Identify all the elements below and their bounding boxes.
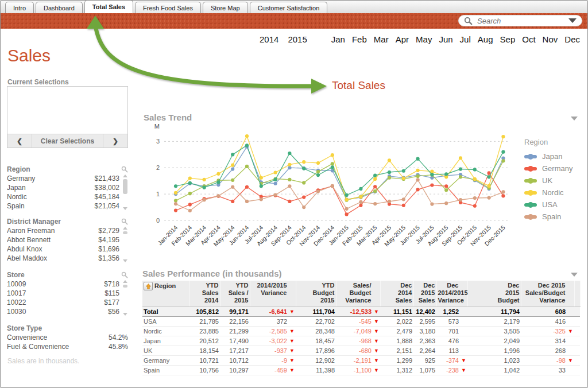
listbox-item-aaron-freeman[interactable]: Aaron Freeman$2,729: [7, 226, 119, 235]
table-menu-caret-icon[interactable]: [571, 273, 578, 277]
listbox-scrollbar[interactable]: [122, 280, 128, 316]
sales-trend-chart[interactable]: M0123Jan-2014Feb-2014Mar-2014Apr-2014May…: [142, 122, 524, 263]
scrollbar-thumb[interactable]: [123, 285, 127, 288]
tab-dashboard[interactable]: Dashboard: [36, 2, 83, 13]
listbox-scrollbar[interactable]: [122, 174, 128, 210]
listbox-item-spain[interactable]: Spain$21,054: [7, 201, 119, 211]
filter-month-jul[interactable]: Jul: [460, 34, 471, 44]
listbox-item-label: Aaron Freeman: [7, 226, 98, 235]
filter-month-mar[interactable]: Mar: [374, 34, 389, 44]
region-cell[interactable]: Total: [142, 306, 189, 316]
listbox-item-10009[interactable]: 10009$718: [7, 280, 119, 289]
listbox-item-10017[interactable]: 10017$115: [7, 289, 119, 298]
cell-value: 12,902: [315, 357, 335, 364]
tab-fresh-food-sales[interactable]: Fresh Food Sales: [135, 2, 201, 13]
filter-month-may[interactable]: May: [416, 34, 432, 44]
region-cell[interactable]: Germany: [142, 355, 189, 365]
listbox-item-abdul-knox[interactable]: Abdul Knox$1,696: [7, 245, 119, 254]
listbox-item-10030[interactable]: 10030$56: [7, 307, 119, 316]
scroll-down-icon[interactable]: [123, 313, 127, 316]
listbox-item-convenience[interactable]: Convenience54.2%: [7, 333, 128, 342]
column-header-ytd-sales-2014[interactable]: YTDSales2014: [189, 281, 220, 306]
listbox-scrollbar[interactable]: [122, 227, 128, 262]
filter-month-feb[interactable]: Feb: [352, 34, 367, 44]
value-cell: 11,398: [296, 365, 336, 375]
legend-item-japan[interactable]: Japan: [524, 152, 585, 161]
column-header-ytd-budget-2015[interactable]: YTDBudget2015: [296, 281, 336, 306]
filter-month-apr[interactable]: Apr: [396, 34, 409, 44]
filter-month-nov[interactable]: Nov: [543, 34, 558, 44]
legend-item-usa[interactable]: USA: [524, 200, 585, 209]
scroll-down-icon[interactable]: [123, 207, 127, 210]
region-cell[interactable]: Spain: [142, 365, 189, 375]
value-cell: 22,702: [296, 316, 336, 326]
down-triangle-icon: ▼: [287, 367, 295, 373]
cell-value: 17,217: [229, 347, 249, 354]
region-cell[interactable]: USA: [142, 316, 189, 326]
scrollbar-thumb[interactable]: [123, 231, 127, 234]
down-triangle-icon: ▼: [287, 328, 295, 334]
svg-text:M: M: [154, 123, 160, 130]
listbox-item-nordic[interactable]: Nordic$45,184: [7, 192, 119, 201]
tab-customer-satisfaction[interactable]: Customer Satisfaction: [250, 2, 328, 13]
footnote: Sales are in thousands.: [7, 357, 79, 365]
filter-month-oct[interactable]: Oct: [522, 34, 535, 44]
region-cell[interactable]: Japan: [142, 336, 189, 346]
filter-month-jan[interactable]: Jan: [331, 34, 345, 44]
cell-value: 11,794: [501, 308, 520, 315]
filter-month-aug[interactable]: Aug: [478, 34, 493, 44]
chart-menu-caret-icon[interactable]: [571, 117, 578, 121]
listbox-item-fuel-convenience[interactable]: Fuel & Convenience45.8%: [7, 342, 128, 351]
previous-selection-button[interactable]: ❮: [7, 134, 32, 148]
column-header-2014-2015-variance[interactable]: 2014/2015Variance: [250, 281, 296, 306]
listbox-item-abel-maddox[interactable]: Abel Maddox$1,356: [7, 254, 119, 263]
cell-value: 314: [555, 337, 566, 344]
column-header-dec-2015-budget[interactable]: Dec2015Budget: [467, 281, 521, 306]
search-input[interactable]: [476, 16, 568, 26]
listbox-search-icon[interactable]: [121, 218, 128, 225]
listbox-item-germany[interactable]: Germany$21,433: [7, 174, 119, 183]
scroll-down-icon[interactable]: [123, 259, 127, 262]
legend-item-label: Germany: [542, 164, 572, 173]
search-box[interactable]: [458, 15, 582, 26]
region-cell[interactable]: UK: [142, 346, 189, 355]
listbox-item-japan[interactable]: Japan$38,002: [7, 183, 119, 192]
tab-intro[interactable]: Intro: [5, 2, 34, 13]
down-triangle-icon: ▼: [566, 328, 573, 334]
column-header-ytd-sales-2015[interactable]: YTDSales /2015: [220, 281, 250, 306]
legend-item-uk[interactable]: UK: [524, 176, 585, 185]
listbox-item-10022[interactable]: 10022$177: [7, 298, 119, 307]
scroll-up-icon[interactable]: [123, 227, 127, 230]
column-header-dec-2014-2015-variance[interactable]: Dec2014/2015Variance: [436, 281, 467, 306]
column-header-region[interactable]: Region: [142, 281, 189, 306]
column-header-dec-2015-sales-budget-variance[interactable]: Dec 2015Sales/BudgetVariance: [521, 281, 574, 306]
value-cell: -545▼: [336, 316, 380, 326]
listbox-search-icon[interactable]: [121, 166, 128, 173]
filter-month-dec[interactable]: Dec: [564, 34, 580, 44]
column-header-dec-2015-sales[interactable]: Dec2015Sales: [413, 281, 436, 306]
region-cell[interactable]: Nordic: [142, 326, 189, 336]
filter-month-sep[interactable]: Sep: [500, 34, 516, 44]
value-cell: -325▼: [521, 326, 574, 336]
filter-year-2015[interactable]: 2015: [288, 34, 307, 44]
tab-total-sales[interactable]: Total Sales: [84, 0, 133, 13]
sales-trend-plot[interactable]: M0123Jan-2014Feb-2014Mar-2014Apr-2014May…: [142, 122, 524, 263]
listbox-item-abbot-bennett[interactable]: Abbot Bennett$4,195: [7, 235, 119, 245]
scrollbar-thumb[interactable]: [123, 179, 127, 194]
legend-item-nordic[interactable]: Nordic: [524, 188, 585, 197]
legend-item-spain[interactable]: Spain: [524, 212, 585, 222]
clear-selections-button[interactable]: Clear Selections: [32, 134, 103, 148]
listbox-search-icon[interactable]: [121, 271, 128, 278]
tab-store-map[interactable]: Store Map: [203, 2, 248, 13]
legend-item-germany[interactable]: Germany: [524, 164, 585, 173]
filter-month-jun[interactable]: Jun: [439, 34, 452, 44]
search-dropdown-icon[interactable]: [568, 18, 577, 23]
column-header-dec-2014-sales[interactable]: Dec2014Sales: [380, 281, 413, 306]
sort-button[interactable]: [144, 282, 153, 290]
scroll-up-icon[interactable]: [123, 280, 127, 283]
filter-year-2014[interactable]: 2014: [260, 34, 278, 44]
scroll-up-icon[interactable]: [123, 174, 127, 177]
next-selection-button[interactable]: ❯: [103, 134, 127, 148]
cell-value: 1,075: [419, 367, 435, 374]
column-header-sales-budget-variance[interactable]: Sales/BudgetVariance: [336, 281, 380, 306]
